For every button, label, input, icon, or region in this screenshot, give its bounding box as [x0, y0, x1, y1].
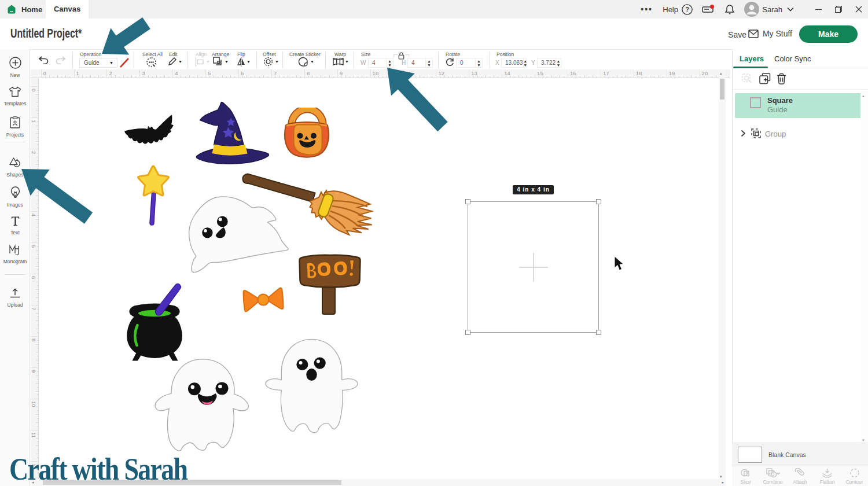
svg-text:?: ?: [685, 6, 689, 13]
